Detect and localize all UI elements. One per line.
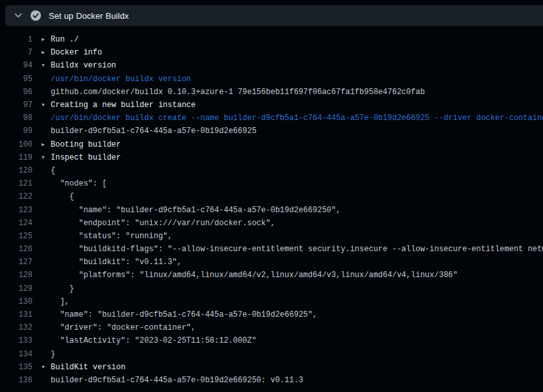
log-row: 131 "name": "builder-d9cfb5a1-c764-445a-…	[0, 308, 543, 321]
line-number-link[interactable]: 134	[0, 350, 32, 359]
line-number-link[interactable]: 125	[0, 232, 32, 241]
log-group-row[interactable]: 1▶Run ./	[0, 33, 543, 46]
expanded-marker-icon: ▼	[42, 63, 51, 68]
log-row: 96github.com/docker/buildx 0.10.3+azure-…	[0, 86, 543, 99]
group-label: Buildx version	[51, 61, 116, 70]
line-number-link[interactable]: 136	[0, 376, 32, 385]
output-text: "name": "builder-d9cfb5a1-c764-445a-a57e…	[51, 206, 340, 215]
command-text: /usr/bin/docker buildx create --name bui…	[51, 114, 543, 123]
collapsed-marker-icon: ▶	[42, 50, 51, 55]
line-number-link[interactable]: 99	[0, 127, 32, 136]
output-text: "platforms": "linux/amd64,linux/amd64/v2…	[51, 271, 458, 280]
line-number-link[interactable]: 126	[0, 245, 32, 254]
output-text: "buildkitd-flags": "--allow-insecure-ent…	[51, 245, 543, 254]
line-number-link[interactable]: 97	[0, 101, 32, 110]
line-number-link[interactable]: 98	[0, 114, 32, 123]
line-number-link[interactable]: 135	[0, 363, 32, 372]
line-number-link[interactable]: 120	[0, 166, 32, 175]
line-number-link[interactable]: 130	[0, 297, 32, 306]
group-label: Inspect builder	[51, 153, 121, 162]
line-number-link[interactable]: 131	[0, 310, 32, 319]
log-row: 98/usr/bin/docker buildx create --name b…	[0, 112, 543, 125]
group-label: BuildKit version	[51, 363, 125, 372]
log-row: 124 "endpoint": "unix:///var/run/docker.…	[0, 217, 543, 230]
log-row: 123 "name": "builder-d9cfb5a1-c764-445a-…	[0, 203, 543, 216]
collapsed-marker-icon: ▶	[42, 37, 51, 42]
log-row: 125 "status": "running",	[0, 230, 543, 243]
output-text: "lastActivity": "2023-02-25T11:58:12.000…	[51, 336, 257, 345]
output-text: "status": "running",	[51, 232, 172, 241]
line-number-link[interactable]: 132	[0, 323, 32, 332]
line-number-link[interactable]: 95	[0, 75, 32, 84]
log-row: 95/usr/bin/docker buildx version	[0, 73, 543, 86]
line-number-link[interactable]: 128	[0, 271, 32, 280]
log-row: 126 "buildkitd-flags": "--allow-insecure…	[0, 243, 543, 256]
line-number-link[interactable]: 7	[0, 48, 32, 57]
log-rows: 1▶Run ./7▶Docker info94▼Buildx version95…	[0, 26, 543, 387]
log-row: 130 ],	[0, 295, 543, 308]
output-text: github.com/docker/buildx 0.10.3+azure-1 …	[51, 88, 425, 97]
output-text: builder-d9cfb5a1-c764-445a-a57e-0b19d2e6…	[51, 127, 257, 136]
output-text: "endpoint": "unix:///var/run/docker.sock…	[51, 219, 275, 228]
line-number-link[interactable]: 133	[0, 336, 32, 345]
group-label: Booting builder	[51, 140, 121, 149]
line-number-link[interactable]: 122	[0, 192, 32, 201]
collapsed-marker-icon: ▶	[42, 142, 51, 147]
line-number-link[interactable]: 123	[0, 206, 32, 215]
log-row: 127 "buildkit": "v0.11.3",	[0, 256, 543, 269]
log-row: 129 }	[0, 282, 543, 295]
output-text: {	[51, 166, 55, 175]
group-label: Run ./	[51, 35, 79, 44]
line-number-link[interactable]: 119	[0, 153, 32, 162]
check-circle-icon	[30, 10, 42, 21]
output-text: "driver": "docker-container",	[51, 323, 196, 332]
line-number-link[interactable]: 1	[0, 35, 32, 44]
output-text: "nodes": [	[51, 179, 107, 188]
expanded-marker-icon: ▼	[42, 365, 51, 370]
output-text: "name": "builder-d9cfb5a1-c764-445a-a57e…	[51, 310, 317, 319]
log-group-row[interactable]: 94▼Buildx version	[0, 59, 543, 72]
line-number-link[interactable]: 127	[0, 258, 32, 267]
line-number-link[interactable]: 121	[0, 179, 32, 188]
output-text: ],	[51, 297, 69, 306]
output-text: "buildkit": "v0.11.3",	[51, 258, 182, 267]
group-label: Docker info	[51, 48, 102, 57]
log-row: 121 "nodes": [	[0, 177, 543, 190]
log-row: 122 {	[0, 190, 543, 203]
expanded-marker-icon: ▼	[42, 103, 51, 108]
step-header[interactable]: Set up Docker Buildx	[5, 5, 543, 26]
output-text: {	[51, 192, 74, 201]
chevron-down-icon[interactable]	[13, 10, 23, 21]
log-group-row[interactable]: 135▼BuildKit version	[0, 361, 543, 374]
output-text: }	[51, 350, 55, 359]
log-group-row[interactable]: 119▼Inspect builder	[0, 151, 543, 164]
log-group-row[interactable]: 97▼Creating a new builder instance	[0, 99, 543, 112]
log-row: 134}	[0, 348, 543, 361]
log-group-row[interactable]: 7▶Docker info	[0, 46, 543, 59]
command-text: /usr/bin/docker buildx version	[51, 75, 191, 84]
expanded-marker-icon: ▼	[42, 155, 51, 160]
group-label: Creating a new builder instance	[51, 101, 196, 110]
step-title: Set up Docker Buildx	[49, 11, 129, 21]
log-row: 132 "driver": "docker-container",	[0, 321, 543, 334]
line-number-link[interactable]: 124	[0, 219, 32, 228]
log-group-row[interactable]: 100▶Booting builder	[0, 138, 543, 151]
log-row: 128 "platforms": "linux/amd64,linux/amd6…	[0, 269, 543, 282]
line-number-link[interactable]: 129	[0, 284, 32, 293]
log-row: 136builder-d9cfb5a1-c764-445a-a57e-0b19d…	[0, 374, 543, 387]
output-text: builder-d9cfb5a1-c764-445a-a57e-0b19d2e6…	[51, 376, 303, 385]
log-row: 133 "lastActivity": "2023-02-25T11:58:12…	[0, 334, 543, 347]
log-row: 120{	[0, 164, 543, 177]
line-number-link[interactable]: 94	[0, 61, 32, 70]
line-number-link[interactable]: 96	[0, 88, 32, 97]
log-row: 99builder-d9cfb5a1-c764-445a-a57e-0b19d2…	[0, 125, 543, 138]
output-text: }	[51, 284, 74, 293]
line-number-link[interactable]: 100	[0, 140, 32, 149]
